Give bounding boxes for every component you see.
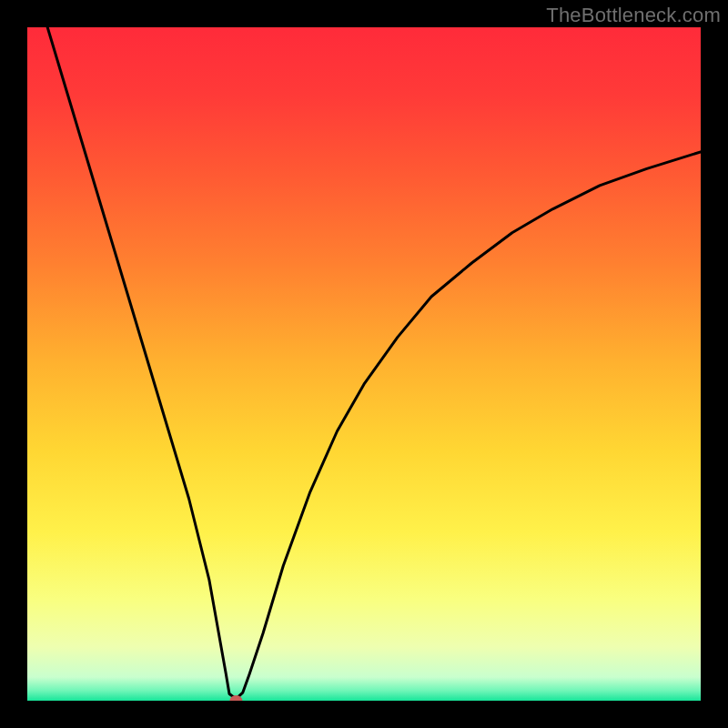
watermark-label: TheBottleneck.com	[546, 4, 721, 27]
chart-frame: TheBottleneck.com	[0, 0, 728, 728]
chart-background	[27, 27, 701, 701]
plot-area	[27, 27, 701, 701]
chart-svg	[27, 27, 701, 701]
